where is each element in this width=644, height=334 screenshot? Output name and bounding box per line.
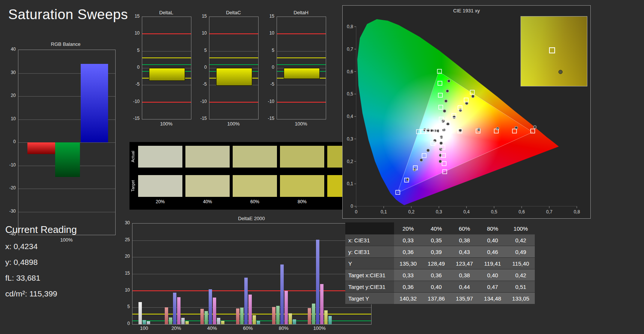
cie-x-tick-label: 0,8 <box>574 209 580 215</box>
y-axis-label: -30 <box>2 209 16 214</box>
ref-line-ref_yellow <box>277 57 326 58</box>
measured-point <box>471 95 474 98</box>
grid-line <box>132 274 371 274</box>
table-column-header: 40% <box>422 222 450 234</box>
table-value-cell: 0,40 <box>422 281 450 293</box>
ref-line-ref_red <box>209 102 258 103</box>
y-axis-label: -10 <box>2 162 16 168</box>
deltae-bar-blue <box>209 289 212 324</box>
current-reading-heading: Current Reading <box>5 224 77 236</box>
deltae-group-label: 20% <box>163 325 190 331</box>
cie-y-tick-label: 0,5 <box>347 91 353 97</box>
deltae-bar-yellow <box>221 321 224 324</box>
grid-line <box>209 51 258 51</box>
table-value-cell: 0,44 <box>450 281 478 293</box>
deltae2000-title: DeltaE 2000 <box>132 216 371 221</box>
table-value-cell: 135,30 <box>394 258 422 269</box>
table-column-header: 100% <box>507 222 535 234</box>
measured-point <box>420 159 423 162</box>
measured-point <box>496 127 499 130</box>
deltah-plot <box>277 17 326 119</box>
actual-swatch <box>280 146 324 168</box>
measured-point <box>443 110 446 113</box>
y-axis-label: 30 <box>2 70 16 75</box>
table-row-label: Y <box>345 258 394 269</box>
saturation-column-label: 80% <box>280 199 324 204</box>
deltae-bar-red <box>200 309 204 324</box>
deltae-bar-red <box>236 308 239 324</box>
deltah-xlabel: 100% <box>277 121 325 127</box>
table-row: Target x:CIE310,330,360,380,400,42 <box>345 269 535 281</box>
deltae-group-label: 80% <box>271 325 297 331</box>
table-value-cell: 0,42 <box>507 234 535 246</box>
saturation-column-label: 20% <box>138 199 182 204</box>
delta-bar <box>216 68 252 86</box>
target-swatch <box>280 175 324 197</box>
deltae-group-label: 60% <box>235 325 261 331</box>
cie-x-tick-label: 0,1 <box>381 209 387 215</box>
table-row: Y135,30128,49123,47119,41115,40 <box>345 258 535 269</box>
target-square <box>442 162 446 166</box>
current-reading-line: fL: 33,681 <box>5 274 57 283</box>
y-axis-label: 25 <box>116 237 130 242</box>
deltae-group-label: 40% <box>199 325 225 331</box>
table-value-cell: 0,35 <box>422 234 450 246</box>
deltae-bar-red <box>272 307 275 324</box>
y-axis-label: 5 <box>260 48 274 53</box>
measured-point <box>444 100 447 103</box>
y-axis-label: -5 <box>193 82 207 87</box>
table-value-cell: 0,39 <box>422 246 450 258</box>
table-value-cell: 0,33 <box>394 234 422 246</box>
y-axis-label: 10 <box>116 287 130 293</box>
deltae-bar-green <box>276 306 280 324</box>
table-value-cell: 134,48 <box>478 293 507 304</box>
deltae-bar-gray <box>217 318 220 324</box>
table-value-cell: 119,41 <box>478 258 507 269</box>
y-axis-label: -5 <box>125 82 140 87</box>
measured-point <box>459 109 462 112</box>
deltae-group-label: 100 <box>131 325 157 331</box>
table-value-cell: 0,36 <box>394 246 422 258</box>
delta-bar <box>284 68 320 79</box>
ref-line-ref_red <box>132 290 371 291</box>
measured-point <box>427 149 430 152</box>
y-axis-label: -5 <box>260 82 274 87</box>
table-row-label: Target y:CIE31 <box>345 281 394 293</box>
y-axis-label: 0 <box>116 321 130 326</box>
deltae2000-plot <box>132 223 372 325</box>
deltae-bar-green <box>240 308 244 324</box>
deltae-bar-pink <box>177 297 181 324</box>
y-axis-label: 15 <box>193 14 207 19</box>
deltac-plot <box>209 17 259 119</box>
table-value-cell: 137,86 <box>422 293 450 304</box>
y-axis-label: 0 <box>260 65 274 70</box>
cie-x-tick-label: 0,6 <box>519 209 525 215</box>
deltae-bar-green <box>169 317 172 324</box>
cie-x-tick-label: 0,7 <box>546 209 552 215</box>
target-square <box>439 105 443 109</box>
deltae-bar-blue <box>280 264 284 324</box>
deltae-bar-blue <box>173 293 176 324</box>
y-axis-label: 20 <box>116 254 130 259</box>
actual-row-label: Actual <box>131 146 137 168</box>
target-swatch <box>185 175 230 197</box>
y-axis-label: 10 <box>193 30 207 36</box>
table-value-cell: 0,40 <box>478 269 507 281</box>
y-axis-label: 5 <box>125 48 140 53</box>
table-row-label: x: CIE31 <box>345 234 394 246</box>
deltae-bar-green <box>205 311 208 324</box>
saturation-table: 20%40%60%80%100%x: CIE310,330,350,380,40… <box>345 222 535 304</box>
table-value-cell: 123,47 <box>450 258 478 269</box>
current-reading-line: cd/m²: 115,399 <box>5 289 57 298</box>
measured-point <box>453 116 456 119</box>
grid-line <box>277 51 326 51</box>
target-square <box>422 154 426 158</box>
table-value-cell: 0,46 <box>478 246 507 258</box>
y-axis-label: 10 <box>260 30 274 36</box>
ref-line-ref_green <box>209 64 258 65</box>
deltae-bar-red <box>308 308 311 324</box>
deltah-title: DeltaH <box>277 10 325 15</box>
cie-y-tick-label: 0,8 <box>347 24 353 29</box>
table-column-header: 80% <box>478 222 507 234</box>
deltae-bar-pink <box>248 295 252 324</box>
